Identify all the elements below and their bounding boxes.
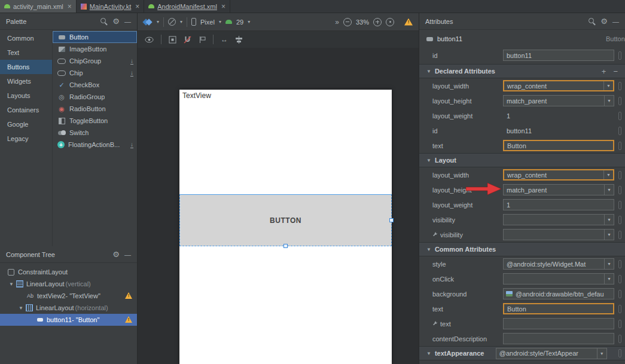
attr-pin[interactable]	[618, 82, 621, 90]
palette-item-chipgroup[interactable]: ChipGroup↓	[53, 55, 137, 67]
theme-icon[interactable]	[168, 18, 176, 26]
palette-category-layouts[interactable]: Layouts	[0, 88, 52, 103]
guideline-icon[interactable]	[199, 36, 206, 44]
add-attribute-icon[interactable]: +	[602, 67, 606, 76]
warnings-icon[interactable]	[404, 19, 413, 26]
attr-pin[interactable]	[618, 231, 621, 239]
zoom-out-icon[interactable]	[343, 18, 352, 26]
section-header-textappearance[interactable]: ▼textAppearance@android:style/TextAppear…	[419, 346, 625, 360]
gear-icon[interactable]: ⚙	[600, 17, 608, 25]
palette-category-legacy[interactable]: Legacy	[0, 131, 52, 146]
tree-item-constraintlayout[interactable]: ConstraintLayout	[0, 266, 137, 278]
gear-icon[interactable]: ⚙	[112, 17, 120, 25]
device-selector[interactable]: Pixel	[200, 19, 215, 26]
search-icon[interactable]	[588, 17, 596, 25]
tab-activity-main-xml[interactable]: activity_main.xml ×	[0, 0, 77, 13]
zoom-in-icon[interactable]	[373, 18, 382, 26]
attr-pin[interactable]	[618, 335, 621, 343]
contentdescription-input[interactable]	[503, 333, 614, 344]
palette-item-switch[interactable]: Switch	[53, 127, 137, 139]
autoconnect-off-magnet-icon[interactable]	[184, 36, 191, 44]
tree-item-linearlayout[interactable]: ▼LinearLayout(horizontal)	[0, 302, 137, 314]
palette-category-containers[interactable]: Containers	[0, 103, 52, 117]
palette-item-radiobutton[interactable]: ◉RadioButton	[53, 103, 137, 115]
search-icon[interactable]	[100, 17, 108, 25]
design-surface-mode-icon[interactable]	[144, 19, 153, 26]
close-icon[interactable]: ×	[135, 2, 139, 11]
clear-constraints-icon[interactable]: ↔	[221, 35, 228, 44]
attr-pin[interactable]	[618, 305, 621, 313]
attr-pin[interactable]	[618, 51, 621, 60]
visibility-dropdown[interactable]: ▼	[503, 214, 614, 225]
remove-attribute-icon[interactable]: −	[613, 67, 618, 76]
style-dropdown[interactable]: @android:style/Widget.Mat▼	[503, 258, 614, 270]
palette-item-togglebutton[interactable]: ToggleButton	[53, 115, 137, 127]
text-input[interactable]	[503, 318, 614, 329]
text-input[interactable]: Button	[503, 303, 614, 314]
design-surface[interactable]: TextView BUTTON	[138, 48, 419, 364]
attr-pin[interactable]	[618, 97, 621, 105]
minimize-icon[interactable]: —	[124, 18, 131, 25]
palette-item-chip[interactable]: Chip↓	[53, 67, 137, 79]
resize-handle-right[interactable]	[389, 218, 394, 222]
attr-pin[interactable]	[618, 260, 621, 268]
tree-item-linearlayout[interactable]: ▼LinearLayout(vertical)	[0, 278, 137, 290]
onclick-dropdown[interactable]: ▼	[503, 273, 614, 285]
canvas-textview[interactable]: TextView	[182, 91, 211, 100]
textappearance-dropdown[interactable]: @android:style/TextAppear▼	[496, 348, 607, 359]
palette-category-common[interactable]: Common	[0, 31, 52, 45]
section-header-layout[interactable]: ▼Layout	[419, 153, 625, 167]
align-center-icon[interactable]	[235, 36, 243, 44]
section-header-declared-attributes[interactable]: ▼Declared Attributes+−	[419, 64, 625, 78]
attr-pin[interactable]	[618, 349, 621, 357]
layout-height-dropdown[interactable]: match_parent▼	[503, 95, 614, 106]
palette-item-button[interactable]: Button	[53, 31, 137, 43]
chevron-down-icon[interactable]: ▼	[17, 305, 25, 311]
visibility-dropdown[interactable]: ▼	[503, 229, 614, 240]
api-level-selector[interactable]: 29	[236, 19, 243, 26]
palette-item-checkbox[interactable]: ✓CheckBox	[53, 79, 137, 91]
eye-icon[interactable]	[145, 36, 154, 43]
palette-category-buttons[interactable]: Buttons	[0, 60, 52, 74]
section-header-common-attributes[interactable]: ▼Common Attributes	[419, 242, 625, 256]
palette-item-floatingactionb[interactable]: +FloatingActionB...↓	[53, 139, 137, 151]
attr-pin[interactable]	[618, 142, 621, 150]
gear-icon[interactable]: ⚙	[112, 250, 120, 258]
layout-weight-input[interactable]: 1	[503, 199, 614, 210]
id-input[interactable]: button11	[503, 50, 614, 61]
api-level-icon[interactable]	[225, 20, 232, 24]
canvas-button-selected[interactable]: BUTTON	[179, 194, 392, 246]
attr-pin[interactable]	[618, 186, 621, 194]
layout-width-dropdown[interactable]: wrap_content▼	[503, 80, 614, 91]
attr-pin[interactable]	[618, 275, 621, 283]
palette-category-google[interactable]: Google	[0, 117, 52, 131]
chevron-down-icon[interactable]: ▾	[180, 19, 182, 25]
text-input[interactable]: Button	[503, 140, 614, 151]
minimize-icon[interactable]: —	[124, 251, 131, 258]
palette-item-radiogroup[interactable]: ◎RadioGroup	[53, 91, 137, 103]
attr-pin[interactable]	[618, 320, 621, 328]
download-icon[interactable]: ↓	[130, 142, 133, 148]
tree-item-button11-button[interactable]: button11- "Button"	[0, 314, 137, 326]
background-input[interactable]: @android:drawable/btn_defau	[503, 288, 614, 299]
minimize-icon[interactable]: —	[612, 18, 619, 25]
selected-component-row[interactable]: button11 Button	[419, 31, 625, 47]
blueprint-border-icon[interactable]	[169, 36, 176, 44]
attr-pin[interactable]	[618, 201, 621, 209]
tab-mainactivity-kt[interactable]: MainActivity.kt ×	[77, 0, 145, 13]
chevron-down-icon[interactable]: ▾	[219, 19, 221, 25]
palette-item-imagebutton[interactable]: ImageButton	[53, 43, 137, 55]
attr-pin[interactable]	[618, 290, 621, 298]
close-icon[interactable]: ×	[68, 2, 72, 11]
tab-androidmanifest-xml[interactable]: AndroidManifest.xml ×	[144, 0, 230, 13]
resize-handle-bottom[interactable]	[283, 244, 288, 248]
download-icon[interactable]: ↓	[130, 70, 133, 77]
palette-category-widgets[interactable]: Widgets	[0, 74, 52, 88]
tree-item-textview2-textview[interactable]: AbtextView2- "TextView"	[0, 290, 137, 302]
chevron-down-icon[interactable]: ▼	[7, 282, 16, 287]
toolbar-overflow-icon[interactable]: »	[335, 18, 339, 26]
download-icon[interactable]: ↓	[130, 58, 133, 65]
device-icon[interactable]	[191, 18, 196, 26]
layout-height-dropdown[interactable]: match_parent▼	[503, 184, 614, 195]
device-canvas[interactable]: TextView BUTTON	[179, 90, 392, 364]
